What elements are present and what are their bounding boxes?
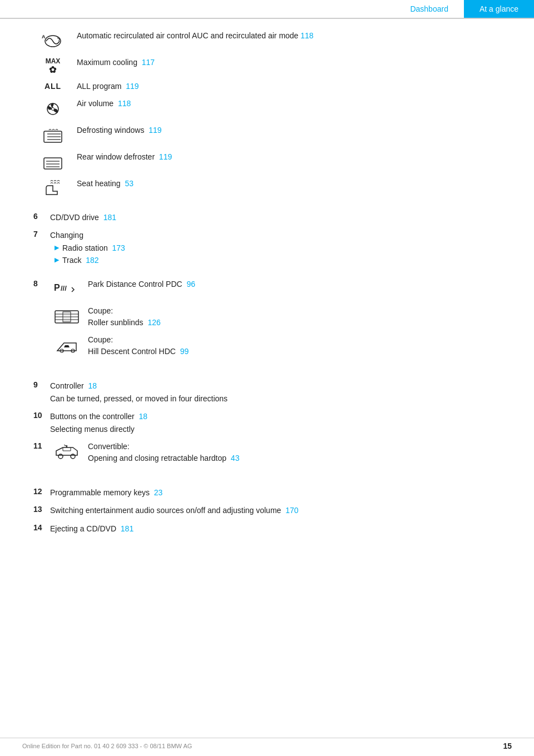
svg-point-24 — [58, 454, 63, 459]
seat-heating-icon — [33, 178, 72, 199]
svg-point-25 — [71, 454, 75, 459]
num-10-desc: Selecting menus directly — [50, 425, 135, 434]
rollerblinds-page[interactable]: 126 — [147, 318, 160, 327]
numbered-item-13: 13 Switching entertainment audio sources… — [33, 504, 512, 516]
item-max-cooling: MAX ✿ Maximum cooling 117 — [33, 57, 512, 75]
num-8-content: P /// Park Distance Control PDC 96 — [50, 278, 512, 367]
rear-defroster-page[interactable]: 119 — [159, 152, 172, 161]
air-volume-svg — [41, 99, 65, 119]
num-12-content: Programmable memory keys 23 — [50, 486, 512, 499]
auc-text: Automatic recirculated air control AUC a… — [72, 30, 512, 42]
rollerblinds-svg — [53, 306, 81, 326]
max-cooling-icon: MAX ✿ — [33, 57, 72, 75]
auc-svg-icon: A — [41, 31, 65, 51]
max-icon-text: MAX ✿ — [46, 58, 61, 75]
num-10: 10 — [33, 410, 50, 420]
num-14-content: Ejecting a CD/DVD 181 — [50, 523, 512, 535]
page-footer: Online Edition for Part no. 01 40 2 609 … — [0, 738, 534, 750]
page-content: A Automatic recirculated air control AUC… — [0, 19, 534, 563]
rollerblinds-icon — [50, 305, 83, 326]
item-pdc: P /// Park Distance Control PDC 96 — [50, 278, 512, 300]
page-number: 15 — [503, 742, 512, 750]
max-cooling-page[interactable]: 117 — [142, 58, 155, 67]
seat-heating-svg — [41, 179, 65, 199]
numbered-item-7: 7 Changing ▶ Radio station 173 ▶ Track 1… — [33, 229, 512, 266]
item-seat-heating: Seat heating 53 — [33, 178, 512, 199]
numbered-item-11: 11 Convertible:Opening and closing ret — [33, 441, 512, 474]
item-defrosting: Defrosting windows 119 — [33, 125, 512, 146]
tab-at-a-glance[interactable]: At a glance — [464, 0, 534, 18]
numbered-item-12: 12 Programmable memory keys 23 — [33, 486, 512, 499]
pdc-text: Park Distance Control PDC 96 — [83, 278, 512, 290]
numbered-item-9: 9 Controller 18 Can be turned, pressed, … — [33, 380, 512, 405]
max-cooling-text: Maximum cooling 117 — [72, 57, 512, 68]
num-7-content: Changing ▶ Radio station 173 ▶ Track 182 — [50, 229, 512, 266]
seat-heating-page[interactable]: 53 — [125, 179, 134, 188]
all-icon-text: ALL — [44, 82, 61, 91]
rear-defroster-icon — [33, 151, 72, 172]
convertible-text: Convertible:Opening and closing retracta… — [83, 441, 512, 464]
num-13-content: Switching entertainment audio sources on… — [50, 504, 512, 516]
sub-radio-station: ▶ Radio station 173 — [55, 242, 512, 254]
track-page[interactable]: 182 — [86, 256, 98, 265]
num-8: 8 — [33, 278, 50, 288]
rear-defroster-text: Rear window defroster 119 — [72, 151, 512, 163]
hdc-svg — [53, 335, 81, 355]
track-label: Track 182 — [62, 254, 99, 266]
defrosting-icon — [33, 125, 72, 146]
num-6-content: CD/DVD drive 181 — [50, 211, 512, 223]
sub-track: ▶ Track 182 — [55, 254, 512, 266]
num-13-page[interactable]: 170 — [285, 506, 298, 515]
num-10-page[interactable]: 18 — [139, 412, 148, 421]
item-auc: A Automatic recirculated air control AUC… — [33, 30, 512, 51]
svg-point-3 — [52, 107, 55, 110]
pdc-svg: P /// — [53, 280, 81, 300]
num-9-desc: Can be turned, pressed, or moved in four… — [50, 394, 228, 403]
defrosting-text: Defrosting windows 119 — [72, 125, 512, 136]
numbered-item-14: 14 Ejecting a CD/DVD 181 — [33, 523, 512, 535]
svg-text:A: A — [42, 34, 46, 39]
num-14: 14 — [33, 523, 50, 532]
seat-heating-text: Seat heating 53 — [72, 178, 512, 190]
arrow-icon-1: ▶ — [55, 243, 59, 253]
num-6: 6 — [33, 211, 50, 221]
num-14-page[interactable]: 181 — [121, 524, 134, 533]
hdc-icon — [50, 334, 83, 355]
num-12-page[interactable]: 23 — [154, 488, 163, 497]
num-11: 11 — [33, 441, 50, 450]
air-volume-text: Air volume 118 — [72, 98, 512, 110]
convertible-page[interactable]: 43 — [231, 454, 240, 462]
num-13: 13 — [33, 504, 50, 514]
num-9-page[interactable]: 18 — [88, 381, 97, 390]
convertible-svg — [53, 442, 81, 462]
arrow-icon-2: ▶ — [55, 255, 59, 265]
pdc-icon: P /// — [50, 278, 83, 300]
rollerblinds-text: Coupe:Roller sunblinds 126 — [83, 305, 512, 329]
svg-text:P: P — [54, 283, 60, 292]
hdc-page[interactable]: 99 — [180, 347, 189, 356]
item-air-volume: Air volume 118 — [33, 98, 512, 119]
air-volume-icon — [33, 98, 72, 119]
numbered-item-6: 6 CD/DVD drive 181 — [33, 211, 512, 223]
air-volume-page[interactable]: 118 — [118, 99, 131, 108]
num-12: 12 — [33, 486, 50, 496]
all-program-page[interactable]: 119 — [126, 82, 139, 91]
numbered-item-8: 8 P /// Park Distance Control PDC 96 — [33, 278, 512, 367]
num-9: 9 — [33, 380, 50, 389]
pdc-page[interactable]: 96 — [186, 280, 195, 289]
radio-station-page[interactable]: 173 — [112, 243, 125, 252]
hdc-text: Coupe:Hill Descent Control HDC 99 — [83, 334, 512, 357]
page-header: Dashboard At a glance — [0, 0, 534, 19]
item-hdc: Coupe:Hill Descent Control HDC 99 — [50, 334, 512, 357]
defrosting-page[interactable]: 119 — [149, 126, 161, 135]
numbered-item-10: 10 Buttons on the controller 18 Selectin… — [33, 410, 512, 435]
num-10-content: Buttons on the controller 18 Selecting m… — [50, 410, 512, 435]
defrost-svg — [41, 126, 65, 146]
auc-page[interactable]: 118 — [300, 31, 313, 40]
num-6-page[interactable]: 181 — [103, 213, 116, 222]
num-7: 7 — [33, 229, 50, 238]
rear-defrost-svg — [41, 152, 65, 172]
tab-dashboard[interactable]: Dashboard — [394, 0, 464, 18]
convertible-icon — [50, 441, 83, 462]
item-rear-defroster: Rear window defroster 119 — [33, 151, 512, 172]
